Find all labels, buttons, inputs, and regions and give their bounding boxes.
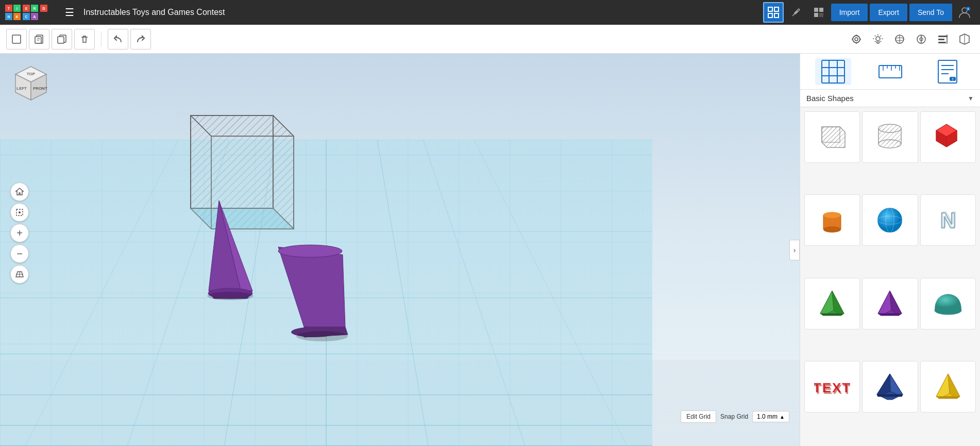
logo-cell-e: E <box>23 5 30 12</box>
top-bar: T I N K E R C A D ☰ Instructables Toys a… <box>0 0 980 25</box>
light-button[interactable] <box>869 30 887 48</box>
view-controls <box>847 30 974 48</box>
svg-point-18 <box>876 37 880 41</box>
zoom-in-button[interactable]: + <box>10 224 29 242</box>
svg-rect-1 <box>774 7 779 11</box>
right-panel: ! Basic Shapes ▼ <box>800 54 980 446</box>
camera-view-button[interactable] <box>847 30 866 48</box>
snap-grid-arrow-up[interactable]: ▲ <box>780 414 785 420</box>
snap-grid-value[interactable]: 1.0 mm ▲ <box>752 411 789 422</box>
logo-cell-r: R <box>31 5 38 12</box>
svg-text:+: + <box>967 7 969 11</box>
navigation-cube[interactable]: TOP LEFT FRONT <box>10 64 52 105</box>
svg-point-106 <box>878 140 901 148</box>
send-to-button[interactable]: Send To <box>909 4 952 21</box>
shape-view-button[interactable] <box>890 30 909 48</box>
logo-cell-d1: D <box>40 5 47 12</box>
shape-cylinder[interactable] <box>804 194 860 246</box>
menu-icon[interactable]: ☰ <box>65 6 74 19</box>
tools-button[interactable] <box>786 2 806 23</box>
svg-rect-100 <box>822 127 840 142</box>
shape-box[interactable] <box>920 111 976 163</box>
logo-cell-t: T <box>5 5 12 12</box>
collapse-panel-button[interactable]: › <box>789 240 800 260</box>
shape-wedge[interactable] <box>862 361 918 412</box>
tab-grid[interactable] <box>815 58 851 85</box>
fit-button[interactable] <box>10 203 29 222</box>
shape-text3d[interactable]: N N <box>920 194 976 246</box>
panel-tabs: ! <box>800 54 980 90</box>
project-title: Instructables Toys and Games Contest <box>83 8 758 17</box>
tinkercad-logo: T I N K E R C A D <box>5 5 56 20</box>
svg-point-78 <box>19 211 21 213</box>
delete-button[interactable] <box>74 29 95 49</box>
shape-pyramid-yellow[interactable] <box>920 361 976 412</box>
flip-button[interactable] <box>955 30 974 48</box>
svg-point-69 <box>278 245 342 257</box>
svg-rect-0 <box>768 7 772 11</box>
import-button[interactable]: Import <box>831 4 868 21</box>
svg-point-116 <box>877 208 902 233</box>
perspective-button[interactable] <box>10 265 29 284</box>
blocks-button[interactable] <box>808 2 829 23</box>
export-button[interactable]: Export <box>870 4 907 21</box>
redo-button[interactable] <box>130 29 151 49</box>
edit-grid-button[interactable]: Edit Grid <box>681 410 716 423</box>
svg-point-113 <box>823 226 841 233</box>
shapes-header: Basic Shapes ▼ <box>800 90 980 107</box>
undo-button[interactable] <box>108 29 128 49</box>
tab-ruler[interactable] <box>872 58 908 85</box>
svg-rect-6 <box>814 13 818 17</box>
paste-button[interactable] <box>29 29 49 49</box>
svg-point-17 <box>855 38 858 41</box>
logo-cell-k: K <box>13 13 21 20</box>
home-button[interactable] <box>10 183 29 201</box>
shape-cylinder-hole[interactable] <box>862 111 918 163</box>
3d-viewport[interactable]: TOP LEFT FRONT <box>0 54 800 446</box>
user-button[interactable]: + <box>954 2 975 23</box>
snap-grid-text: 1.0 mm <box>757 413 778 420</box>
copy-button[interactable] <box>52 29 72 49</box>
shapes-dropdown[interactable]: ▼ <box>968 95 974 102</box>
new-button[interactable] <box>6 29 27 49</box>
separator-1 <box>101 31 102 47</box>
svg-marker-128 <box>878 313 902 316</box>
svg-rect-81 <box>822 60 844 83</box>
svg-text:FRONT: FRONT <box>33 86 47 91</box>
main-content: TOP LEFT FRONT <box>0 54 980 446</box>
svg-text:LEFT: LEFT <box>16 86 27 91</box>
svg-point-65 <box>207 292 254 300</box>
mirror-button[interactable] <box>912 30 931 48</box>
align-button[interactable] <box>934 30 952 48</box>
grid-info: Edit Grid Snap Grid 1.0 mm ▲ <box>681 410 789 423</box>
svg-rect-86 <box>879 65 902 78</box>
svg-point-16 <box>853 36 860 43</box>
shape-roof[interactable] <box>920 278 976 329</box>
shape-pyramid-purple[interactable] <box>862 278 918 329</box>
svg-rect-15 <box>58 37 64 43</box>
top-right-buttons: Import Export Send To + <box>763 2 975 23</box>
shape-sphere[interactable] <box>862 194 918 246</box>
svg-rect-4 <box>814 8 818 12</box>
logo-cell-n: N <box>5 13 12 20</box>
svg-rect-26 <box>938 39 944 40</box>
svg-point-112 <box>823 212 841 218</box>
logo-cell-i: I <box>13 5 21 12</box>
logo-cell-a: A <box>31 13 38 20</box>
svg-text:TOP: TOP <box>27 72 36 76</box>
svg-rect-11 <box>12 35 21 43</box>
zoom-out-button[interactable]: − <box>10 244 29 263</box>
grid-view-button[interactable] <box>763 2 784 23</box>
svg-rect-25 <box>938 36 948 37</box>
tab-notes[interactable]: ! <box>930 58 966 85</box>
svg-text:!: ! <box>952 77 953 81</box>
shape-pyramid-green[interactable] <box>804 278 860 329</box>
shape-box-hole[interactable] <box>804 111 860 163</box>
svg-rect-5 <box>819 8 823 12</box>
shape-text-red[interactable]: TEXT TEXT <box>804 361 860 412</box>
svg-marker-124 <box>820 313 844 316</box>
shapes-grid: N N <box>800 107 980 446</box>
toolbar <box>0 25 980 54</box>
svg-rect-2 <box>768 13 772 18</box>
svg-rect-27 <box>938 42 946 43</box>
